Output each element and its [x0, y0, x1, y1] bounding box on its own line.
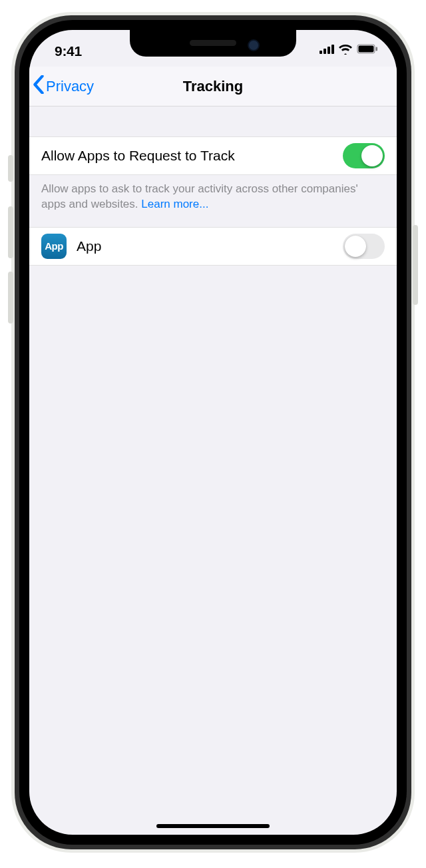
allow-tracking-row: Allow Apps to Request to Track: [29, 136, 397, 175]
app-tracking-toggle[interactable]: [343, 234, 385, 259]
allow-tracking-toggle[interactable]: [343, 143, 385, 168]
phone-frame: 9:41: [11, 12, 415, 853]
back-button[interactable]: Privacy: [33, 75, 94, 98]
svg-rect-0: [320, 51, 322, 54]
app-icon-label: App: [45, 240, 63, 252]
svg-rect-1: [323, 49, 326, 54]
status-time: 9:41: [55, 38, 82, 59]
volume-up-button: [8, 206, 13, 258]
allow-tracking-footer: Allow apps to ask to track your activity…: [29, 175, 397, 227]
app-icon: App: [41, 234, 67, 259]
screen: 9:41: [29, 30, 397, 835]
mute-switch: [8, 155, 13, 182]
volume-down-button: [8, 272, 13, 324]
status-icons: [320, 40, 378, 57]
wifi-icon: [338, 44, 353, 57]
notch: [130, 30, 296, 57]
nav-bar: Privacy Tracking: [29, 67, 397, 107]
home-indicator[interactable]: [156, 824, 270, 828]
app-name-label: App: [77, 238, 343, 254]
cellular-icon: [320, 45, 334, 57]
allow-tracking-label: Allow Apps to Request to Track: [41, 148, 343, 164]
svg-rect-6: [376, 47, 378, 51]
chevron-left-icon: [33, 75, 45, 98]
app-row: App App: [29, 227, 397, 266]
svg-rect-2: [327, 47, 330, 54]
battery-icon: [357, 44, 378, 57]
power-button: [413, 225, 418, 305]
svg-rect-5: [359, 46, 374, 53]
back-label: Privacy: [46, 78, 94, 95]
svg-rect-3: [331, 45, 334, 54]
learn-more-link[interactable]: Learn more...: [141, 198, 208, 210]
